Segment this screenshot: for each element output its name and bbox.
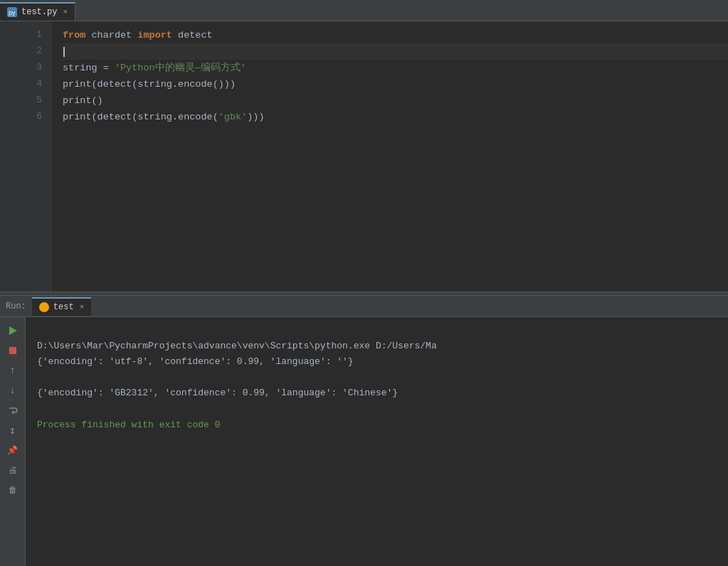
- run-tab-icon: [39, 302, 49, 312]
- tab-close-button[interactable]: ×: [63, 8, 68, 16]
- scroll-down-button[interactable]: ↓: [5, 383, 21, 398]
- run-content-wrapper: ↑ ↓ ↧ 📌 🖨 🗑 D:\Users\Mar\PycharmProjects…: [0, 317, 728, 566]
- run-tab-test[interactable]: test ×: [32, 297, 91, 316]
- line-numbers: 1 2 3 4 5 6: [0, 21, 51, 292]
- output-path-line: D:\Users\Mar\PycharmProjects\advance\ven…: [37, 341, 437, 351]
- play-icon: [8, 326, 18, 336]
- code-text: ))): [247, 110, 264, 125]
- code-text: print(): [63, 93, 103, 109]
- run-tab-bar: Run: test ×: [0, 296, 728, 317]
- print-button[interactable]: 🖨: [5, 462, 21, 478]
- clear-button[interactable]: 🗑: [5, 482, 21, 498]
- wrap-icon: [8, 405, 18, 415]
- run-stop-button[interactable]: [5, 343, 21, 358]
- scroll-up-button[interactable]: ↑: [5, 363, 21, 378]
- run-output: D:\Users\Mar\PycharmProjects\advance\ven…: [26, 317, 728, 566]
- run-panel: Run: test × ↑ ↓ ↧: [0, 296, 728, 566]
- python-icon: py: [7, 7, 17, 17]
- svg-rect-3: [9, 347, 16, 354]
- editor-tab-test-py[interactable]: py test.py ×: [0, 2, 75, 21]
- code-line-3: string = 'Python中的幽灵—编码方式': [63, 60, 728, 76]
- run-tab-label: test: [53, 302, 74, 312]
- code-text: print(detect(string.encode())): [63, 77, 236, 92]
- code-text: chardet: [85, 28, 137, 43]
- code-line-2: [63, 43, 728, 60]
- line-number-5: 5: [0, 92, 42, 109]
- code-line-5: print(): [63, 92, 728, 109]
- text-cursor: [63, 47, 65, 57]
- code-line-1: from chardet import detect: [63, 27, 728, 43]
- line-number-3: 3: [0, 60, 42, 76]
- scroll-end-button[interactable]: ↧: [5, 422, 21, 438]
- output-exit-code: Process finished with exit code 0: [37, 420, 220, 430]
- svg-marker-2: [9, 326, 17, 335]
- code-line-6: print(detect(string.encode('gbk'))): [63, 109, 728, 125]
- editor-area: 1 2 3 4 5 6 from chardet import detect s…: [0, 21, 728, 292]
- keyword-import: import: [137, 28, 172, 43]
- run-sidebar: ↑ ↓ ↧ 📌 🖨 🗑: [0, 317, 26, 566]
- pin-button[interactable]: 📌: [5, 442, 21, 458]
- output-result-1: {'encoding': 'utf-8', 'confidence': 0.99…: [37, 356, 354, 367]
- line-number-2: 2: [0, 43, 42, 60]
- svg-text:py: py: [9, 9, 16, 16]
- code-text: detect: [172, 28, 213, 43]
- keyword-from: from: [63, 28, 85, 43]
- run-label: Run:: [6, 301, 26, 311]
- line-number-1: 1: [0, 27, 42, 43]
- run-play-button[interactable]: [5, 323, 21, 338]
- line-number-4: 4: [0, 76, 42, 92]
- code-line-4: print(detect(string.encode())): [63, 76, 728, 92]
- code-text: print(detect(string.encode(: [63, 110, 218, 125]
- editor-tab-bar: py test.py ×: [0, 0, 728, 21]
- stop-icon: [8, 346, 18, 356]
- line-number-6: 6: [0, 109, 42, 125]
- output-result-2: {'encoding': 'GB2312', 'confidence': 0.9…: [37, 388, 398, 398]
- tab-label: test.py: [21, 7, 57, 17]
- wrap-lines-button[interactable]: [5, 402, 21, 418]
- code-editor[interactable]: from chardet import detect string = 'Pyt…: [51, 21, 728, 292]
- string-literal-2: 'gbk': [218, 110, 248, 125]
- string-literal-1: 'Python中的幽灵—编码方式': [115, 60, 246, 76]
- run-tab-close-button[interactable]: ×: [80, 303, 85, 311]
- code-text: string =: [63, 60, 115, 76]
